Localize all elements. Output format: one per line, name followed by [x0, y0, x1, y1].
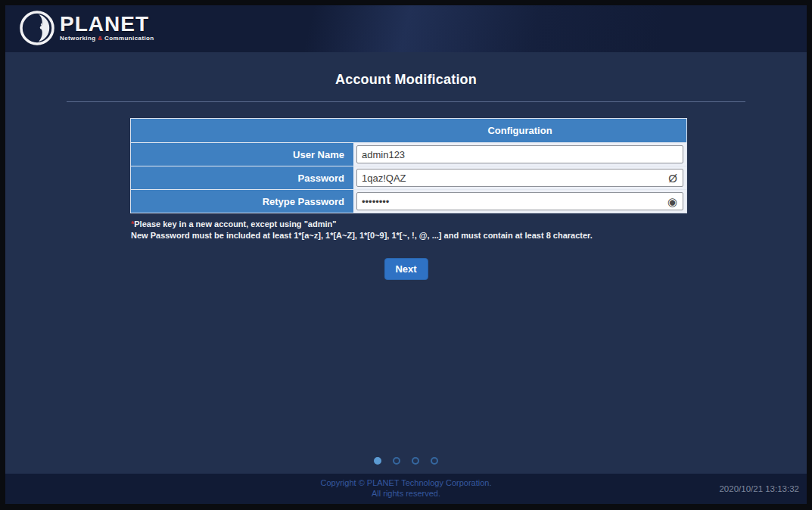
password-label: Password — [131, 166, 353, 189]
table-row-password: Password Ø — [131, 166, 686, 189]
title-divider — [67, 101, 745, 102]
username-label: User Name — [131, 143, 353, 166]
password-cell: Ø — [353, 166, 686, 189]
retype-password-input[interactable] — [356, 192, 683, 210]
retype-password-label: Retype Password — [131, 190, 353, 213]
datetime-display: 2020/10/21 13:13:32 — [719, 484, 799, 493]
brand-tagline: Networking & Communication — [60, 35, 154, 42]
header-bar: PLANET Networking & Communication — [5, 5, 807, 52]
pagination-dot[interactable] — [412, 457, 419, 465]
table-header-row: Configuration — [131, 119, 686, 142]
pagination-dot[interactable] — [393, 457, 400, 465]
logo-text: PLANET Networking & Communication — [60, 14, 154, 42]
footer-bar: Copyright © PLANET Technology Corporatio… — [5, 474, 807, 504]
table-header-configuration: Configuration — [353, 119, 686, 142]
pagination-dots — [5, 457, 807, 465]
copyright-line-2: All rights reserved. — [5, 488, 807, 499]
copyright-line-1: Copyright © PLANET Technology Corporatio… — [5, 477, 807, 488]
eye-slash-icon[interactable]: Ø — [668, 173, 677, 184]
retype-password-cell: ◉ — [353, 190, 686, 213]
brand-name: PLANET — [60, 14, 154, 34]
pagination-dot-active[interactable] — [374, 457, 381, 465]
next-button[interactable]: Next — [384, 258, 428, 280]
table-header-spacer — [131, 119, 353, 142]
username-cell — [353, 143, 686, 166]
copyright-text: Copyright © PLANET Technology Corporatio… — [5, 474, 807, 499]
configuration-table: Configuration User Name Password Ø Retyp… — [130, 118, 687, 213]
account-modification-page: PLANET Networking & Communication Accoun… — [5, 5, 807, 504]
password-requirements-note: *Please key in a new account, except usi… — [131, 219, 721, 241]
note-line-2: New Password must be included at least 1… — [131, 230, 721, 241]
pagination-dot[interactable] — [431, 457, 438, 465]
note-line-1: *Please key in a new account, except usi… — [131, 219, 721, 230]
planet-logo: PLANET Networking & Communication — [19, 10, 154, 46]
eye-icon[interactable]: ◉ — [667, 196, 677, 207]
page-title: Account Modification — [5, 72, 807, 88]
password-input[interactable] — [356, 169, 683, 187]
table-row-retype-password: Retype Password ◉ — [131, 189, 686, 213]
username-input[interactable] — [356, 145, 683, 163]
table-row-username: User Name — [131, 142, 686, 166]
planet-moon-icon — [19, 10, 55, 46]
screen: PLANET Networking & Communication Accoun… — [0, 0, 812, 510]
